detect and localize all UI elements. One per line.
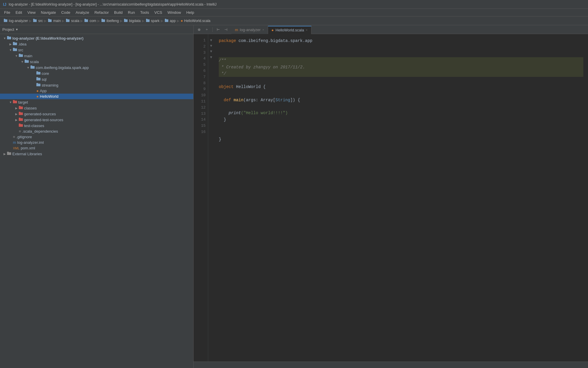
project-header[interactable]: Project ▼ [0,25,193,34]
tree-arrow[interactable]: ▼ [26,66,30,69]
tree-arrow[interactable]: ▼ [20,60,25,63]
tree-arrow[interactable]: ▶ [2,152,7,156]
menu-item-build[interactable]: Build [112,10,125,15]
menu-item-vcs[interactable]: VCS [152,10,165,15]
tab-icon: ● [272,28,274,32]
tree-item-External-Libraries[interactable]: ▶External Libraries [0,151,193,157]
nav-item-bigdata[interactable]: bigdata [123,18,142,23]
code-token: } [219,117,226,122]
toolbar-btn-3[interactable]: ⊢ [215,26,221,33]
nav-item-app[interactable]: app [163,18,177,23]
nav-separator: ▶ [80,19,83,23]
tree-item-scala[interactable]: ▼scala [0,59,193,65]
menu-item-code[interactable]: Code [59,10,73,15]
tree-item-src[interactable]: ▼src [0,47,193,53]
nav-label: spark [151,19,160,23]
fold-marker[interactable]: ▼ [208,55,214,60]
svg-rect-45 [19,124,21,124]
menu-item-run[interactable]: Run [126,10,137,15]
fold-marker[interactable]: ▼ [208,38,214,43]
svg-rect-44 [19,124,23,127]
nav-item-src[interactable]: src [32,18,44,23]
nav-item-HelloWorld-scala[interactable]: ●HelloWorld.scala [179,18,212,23]
menu-item-window[interactable]: Window [165,10,183,15]
menu-item-refactor[interactable]: Refactor [92,10,111,15]
code-line: print("Hello world!!!!") [219,110,583,116]
code-line: object HelloWorld { [219,84,583,90]
menu-item-file[interactable]: File [2,10,13,15]
nav-folder-icon [146,18,150,23]
svg-rect-8 [84,19,88,22]
tree-arrow[interactable]: ▶ [14,107,19,110]
svg-rect-31 [36,71,38,72]
fold-marker[interactable]: ▼ [208,43,214,49]
code-token: ]) { [290,98,300,102]
tree-icon [36,83,40,87]
menu-item-tools[interactable]: Tools [138,10,151,15]
tree-arrow[interactable]: ▼ [2,37,7,40]
tree-arrow[interactable]: ▼ [8,101,13,104]
nav-bar: log-analyzer ▶ src ▶ main ▶ scala ▶ com … [0,16,588,25]
tab-HelloWorld-scala[interactable]: ●HelloWorld.scala× [268,26,311,34]
tree-arrow[interactable]: ▼ [8,48,13,52]
nav-label: app [170,19,176,23]
code-token: def [219,98,233,102]
tab-close[interactable]: × [262,28,264,31]
tree-label: core [42,71,49,76]
tab-label: HelloWorld.scala [275,28,304,32]
tab-close[interactable]: × [306,28,308,32]
fold-marker[interactable]: ▼ [208,49,214,54]
project-dropdown-arrow[interactable]: ▼ [15,28,18,31]
tree-item-classes[interactable]: ▶classes [0,105,193,111]
menu-item-navigate[interactable]: Navigate [38,10,58,15]
tree-item-core[interactable]: core [0,70,193,76]
tree-arrow[interactable]: ▶ [14,118,19,121]
tree-arrow[interactable]: ▶ [8,43,13,46]
menu-bar: FileEditViewNavigateCodeAnalyzeRefactorB… [0,9,588,16]
tree-icon [13,42,17,46]
tree-item-pom-xml[interactable]: XMLpom.xml [0,145,193,151]
toolbar-btn-1[interactable]: ⊕ [196,26,202,33]
tree-item-streaming[interactable]: streaming [0,82,193,88]
nav-item-scala[interactable]: scala [65,18,80,23]
tree-item-com-ibeifeng-bigdata-spark-app[interactable]: ▼com.ibeifeng.bigdata.spark.app [0,65,193,70]
code-token: { [263,85,265,89]
tree-item--scala-dependencies[interactable]: ≡.scala_dependencies [0,129,193,134]
tree-item--gitignore[interactable]: ≡.gitignore [0,134,193,140]
nav-item-log-analyzer[interactable]: log-analyzer [2,18,29,23]
tab-log-analyzer[interactable]: mlog-analyzer× [231,26,268,34]
nav-item-ibeifeng[interactable]: ibeifeng [100,18,120,23]
tree-arrow[interactable]: ▶ [14,112,19,116]
menu-item-edit[interactable]: Edit [13,10,24,15]
tree-item-log-analyzer-iml[interactable]: mlog-analyzer.iml [0,140,193,145]
tree-item-generated-test-sources[interactable]: ▶generated-test-sources [0,117,193,123]
code-line: * Created by zhangyy on 2017/11/2. [219,64,583,70]
tree-item-sql[interactable]: sql [0,76,193,82]
menu-item-help[interactable]: Help [184,10,196,15]
toolbar-btn-4[interactable]: ⊣ [223,26,229,33]
tree-item--idea[interactable]: ▶.idea [0,41,193,47]
nav-item-main[interactable]: main [47,18,62,23]
tree-label: streaming [42,83,58,87]
line-number: 15 [194,123,206,129]
tree-item-log-analyzer--E--IdeaWork-log-analyzer-[interactable]: ▼log-analyzer (E:\IdeaWork\log-analyzer) [0,35,193,41]
tree-item-generated-sources[interactable]: ▶generated-sources [0,111,193,117]
nav-item-com[interactable]: com [83,18,97,23]
tree-item-App[interactable]: ●App [0,88,193,94]
menu-item-analyze[interactable]: Analyze [73,10,91,15]
tree-item-main[interactable]: ▼main [0,53,193,59]
tree-arrow[interactable]: ▼ [14,54,19,58]
nav-folder-icon [84,18,88,23]
tree-item-target[interactable]: ▼target [0,99,193,105]
tree-icon: ≡ [13,135,15,139]
tree-item-HelloWorld[interactable]: ●HelloWorld [0,94,193,99]
tree-item-test-classes[interactable]: test-classes [0,123,193,129]
nav-item-spark[interactable]: spark [145,18,161,23]
tab-icon: m [235,28,238,32]
tree-label: main [24,54,32,58]
menu-item-view[interactable]: View [25,10,38,15]
svg-rect-4 [48,19,52,22]
toolbar-btn-2[interactable]: ÷ [204,26,210,33]
code-content[interactable]: package com.ibeifeng.bigdata.spark.app /… [214,34,588,362]
project-label: Project [2,27,14,32]
